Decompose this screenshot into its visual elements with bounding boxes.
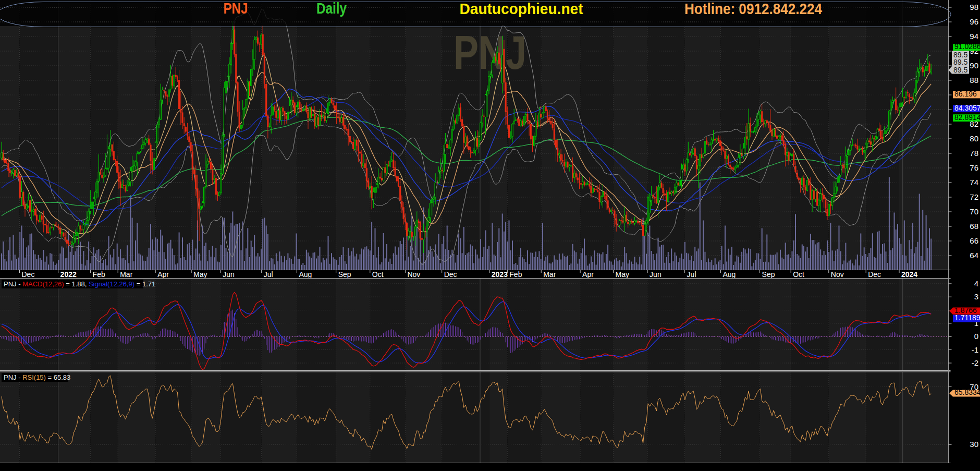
svg-text:Dec: Dec (444, 270, 457, 279)
svg-text:Jun: Jun (223, 270, 235, 279)
svg-text:Hotline: 0912.842.224: Hotline: 0912.842.224 (684, 1, 822, 17)
svg-text:Jul: Jul (687, 270, 696, 279)
svg-text:90: 90 (970, 61, 978, 70)
svg-text:72: 72 (970, 192, 978, 201)
svg-text:Aug: Aug (723, 270, 736, 279)
svg-text:Jun: Jun (650, 270, 662, 279)
svg-text:Nov: Nov (407, 270, 420, 279)
svg-text:May: May (193, 270, 207, 279)
svg-text:Dec: Dec (22, 270, 35, 279)
svg-text:3: 3 (974, 292, 978, 301)
svg-text:PNJ: PNJ (224, 0, 248, 17)
svg-text:Dec: Dec (868, 270, 881, 279)
svg-text:Mar: Mar (543, 270, 556, 279)
svg-text:-2: -2 (972, 358, 978, 367)
svg-text:68: 68 (970, 222, 978, 231)
svg-text:2023: 2023 (492, 270, 508, 279)
svg-text:Jul: Jul (264, 270, 273, 279)
svg-text:-1: -1 (972, 345, 978, 354)
svg-text:89.5: 89.5 (953, 66, 967, 74)
svg-text:Nov: Nov (831, 270, 844, 279)
svg-text:PNJ: PNJ (454, 26, 526, 79)
svg-text:Feb: Feb (93, 270, 105, 279)
svg-text:4: 4 (974, 279, 978, 288)
svg-text:94: 94 (970, 32, 978, 41)
svg-text:98: 98 (970, 3, 978, 11)
svg-text:80: 80 (970, 134, 978, 143)
svg-text:96: 96 (970, 17, 978, 26)
svg-text:2022: 2022 (60, 270, 77, 279)
svg-text:Apr: Apr (582, 270, 594, 279)
svg-text:84.3057: 84.3057 (954, 104, 980, 112)
svg-text:91.0286: 91.0286 (954, 42, 980, 51)
svg-text:Sep: Sep (338, 270, 351, 279)
svg-text:0: 0 (974, 332, 978, 341)
svg-text:66: 66 (970, 236, 978, 245)
svg-text:Sep: Sep (762, 270, 775, 279)
svg-text:1.71189: 1.71189 (954, 313, 980, 322)
svg-text:Oct: Oct (793, 270, 804, 279)
svg-text:PNJ - RSI(15) = 65.83: PNJ - RSI(15) = 65.83 (4, 373, 70, 381)
svg-text:Dautucophieu.net: Dautucophieu.net (460, 1, 583, 17)
svg-text:Aug: Aug (299, 270, 312, 279)
svg-text:Daily: Daily (316, 0, 347, 17)
svg-text:Oct: Oct (372, 270, 384, 279)
svg-text:2024: 2024 (901, 270, 917, 279)
svg-text:1.8766: 1.8766 (954, 306, 977, 315)
svg-text:78: 78 (970, 149, 978, 158)
svg-text:Apr: Apr (157, 270, 169, 279)
svg-text:82.8914: 82.8914 (954, 113, 980, 122)
svg-text:65.8334: 65.8334 (954, 388, 980, 396)
svg-text:64: 64 (970, 251, 978, 260)
svg-text:PNJ - MACD(12,26) = 1.88, Sign: PNJ - MACD(12,26) = 1.88, Signal(12,26,9… (4, 280, 155, 288)
svg-text:Feb: Feb (509, 270, 522, 279)
svg-text:86.196: 86.196 (954, 90, 977, 98)
svg-text:May: May (616, 270, 629, 279)
svg-text:76: 76 (970, 163, 978, 172)
svg-text:30: 30 (970, 440, 978, 449)
svg-text:88: 88 (970, 76, 978, 84)
svg-text:74: 74 (970, 178, 978, 187)
svg-text:70: 70 (970, 207, 978, 216)
svg-text:Mar: Mar (120, 270, 132, 279)
